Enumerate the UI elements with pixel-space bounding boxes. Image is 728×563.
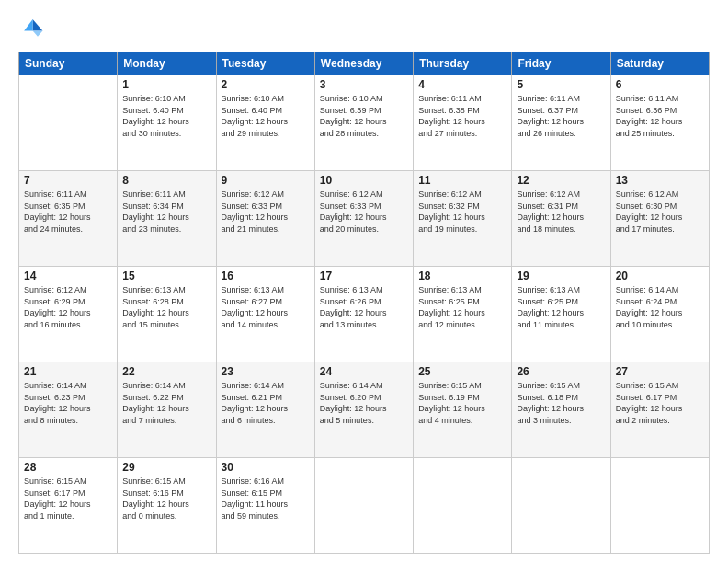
calendar-cell: 11Sunrise: 6:12 AM Sunset: 6:32 PM Dayli… [414, 171, 512, 267]
day-info: Sunrise: 6:16 AM Sunset: 6:15 PM Dayligh… [222, 476, 310, 522]
day-number: 17 [320, 270, 408, 282]
day-number: 8 [122, 174, 210, 187]
calendar-cell: 3Sunrise: 6:10 AM Sunset: 6:39 PM Daylig… [314, 75, 413, 171]
week-row-3: 14Sunrise: 6:12 AM Sunset: 6:29 PM Dayli… [19, 267, 710, 362]
calendar-cell [414, 458, 512, 554]
day-number: 28 [24, 461, 112, 474]
calendar-cell: 28Sunrise: 6:15 AM Sunset: 6:17 PM Dayli… [19, 458, 118, 554]
day-info: Sunrise: 6:12 AM Sunset: 6:29 PM Dayligh… [24, 284, 112, 330]
calendar-cell: 14Sunrise: 6:12 AM Sunset: 6:29 PM Dayli… [19, 267, 118, 362]
calendar-cell: 18Sunrise: 6:13 AM Sunset: 6:25 PM Dayli… [414, 267, 512, 362]
day-info: Sunrise: 6:13 AM Sunset: 6:27 PM Dayligh… [222, 284, 310, 330]
calendar-cell: 7Sunrise: 6:11 AM Sunset: 6:35 PM Daylig… [19, 171, 118, 267]
calendar-cell: 4Sunrise: 6:11 AM Sunset: 6:38 PM Daylig… [414, 75, 512, 171]
day-info: Sunrise: 6:11 AM Sunset: 6:37 PM Dayligh… [517, 93, 605, 139]
day-info: Sunrise: 6:11 AM Sunset: 6:34 PM Dayligh… [122, 189, 210, 235]
calendar-cell: 17Sunrise: 6:13 AM Sunset: 6:26 PM Dayli… [314, 267, 413, 362]
day-number: 15 [122, 270, 210, 282]
day-info: Sunrise: 6:14 AM Sunset: 6:24 PM Dayligh… [616, 284, 704, 330]
calendar-cell: 13Sunrise: 6:12 AM Sunset: 6:30 PM Dayli… [610, 171, 709, 267]
day-info: Sunrise: 6:10 AM Sunset: 6:40 PM Dayligh… [122, 93, 210, 139]
day-info: Sunrise: 6:10 AM Sunset: 6:39 PM Dayligh… [320, 93, 408, 139]
day-header-wednesday: Wednesday [314, 52, 413, 75]
day-info: Sunrise: 6:10 AM Sunset: 6:40 PM Dayligh… [222, 93, 310, 139]
svg-marker-2 [33, 31, 43, 37]
day-number: 14 [24, 270, 112, 282]
day-info: Sunrise: 6:12 AM Sunset: 6:33 PM Dayligh… [320, 189, 408, 235]
calendar-cell: 5Sunrise: 6:11 AM Sunset: 6:37 PM Daylig… [512, 75, 610, 171]
day-info: Sunrise: 6:12 AM Sunset: 6:32 PM Dayligh… [418, 189, 506, 235]
week-row-5: 28Sunrise: 6:15 AM Sunset: 6:17 PM Dayli… [19, 458, 710, 554]
day-info: Sunrise: 6:14 AM Sunset: 6:21 PM Dayligh… [222, 380, 310, 426]
week-row-4: 21Sunrise: 6:14 AM Sunset: 6:23 PM Dayli… [19, 362, 710, 458]
day-info: Sunrise: 6:14 AM Sunset: 6:23 PM Dayligh… [24, 380, 112, 426]
day-header-saturday: Saturday [610, 52, 709, 75]
day-info: Sunrise: 6:13 AM Sunset: 6:26 PM Dayligh… [320, 284, 408, 330]
day-header-tuesday: Tuesday [216, 52, 314, 75]
day-info: Sunrise: 6:14 AM Sunset: 6:22 PM Dayligh… [122, 380, 210, 426]
calendar-cell: 30Sunrise: 6:16 AM Sunset: 6:15 PM Dayli… [216, 458, 314, 554]
calendar-cell: 26Sunrise: 6:15 AM Sunset: 6:18 PM Dayli… [512, 362, 610, 458]
day-number: 30 [222, 461, 310, 474]
day-number: 26 [517, 365, 605, 378]
day-info: Sunrise: 6:11 AM Sunset: 6:35 PM Dayligh… [24, 189, 112, 235]
calendar-cell: 9Sunrise: 6:12 AM Sunset: 6:33 PM Daylig… [216, 171, 314, 267]
day-number: 23 [222, 365, 310, 378]
calendar-cell: 25Sunrise: 6:15 AM Sunset: 6:19 PM Dayli… [414, 362, 512, 458]
day-info: Sunrise: 6:12 AM Sunset: 6:33 PM Dayligh… [222, 189, 310, 235]
calendar-cell: 20Sunrise: 6:14 AM Sunset: 6:24 PM Dayli… [610, 267, 709, 362]
day-number: 11 [418, 174, 506, 187]
calendar-cell [314, 458, 413, 554]
calendar-cell: 15Sunrise: 6:13 AM Sunset: 6:28 PM Dayli… [118, 267, 216, 362]
day-number: 19 [517, 270, 605, 282]
day-header-friday: Friday [512, 52, 610, 75]
calendar-cell: 22Sunrise: 6:14 AM Sunset: 6:22 PM Dayli… [118, 362, 216, 458]
calendar-cell: 29Sunrise: 6:15 AM Sunset: 6:16 PM Dayli… [118, 458, 216, 554]
day-number: 27 [616, 365, 704, 378]
calendar-table: SundayMondayTuesdayWednesdayThursdayFrid… [18, 52, 710, 554]
calendar-cell: 24Sunrise: 6:14 AM Sunset: 6:20 PM Dayli… [314, 362, 413, 458]
day-info: Sunrise: 6:15 AM Sunset: 6:17 PM Dayligh… [616, 380, 704, 426]
day-info: Sunrise: 6:15 AM Sunset: 6:17 PM Dayligh… [24, 476, 112, 522]
calendar-cell: 8Sunrise: 6:11 AM Sunset: 6:34 PM Daylig… [118, 171, 216, 267]
week-row-2: 7Sunrise: 6:11 AM Sunset: 6:35 PM Daylig… [19, 171, 710, 267]
calendar-cell: 2Sunrise: 6:10 AM Sunset: 6:40 PM Daylig… [216, 75, 314, 171]
day-number: 1 [122, 78, 210, 91]
logo-icon [18, 17, 44, 42]
day-number: 29 [122, 461, 210, 474]
day-number: 7 [24, 174, 112, 187]
page: SundayMondayTuesdayWednesdayThursdayFrid… [0, 0, 728, 563]
calendar-cell: 6Sunrise: 6:11 AM Sunset: 6:36 PM Daylig… [610, 75, 709, 171]
day-info: Sunrise: 6:13 AM Sunset: 6:25 PM Dayligh… [418, 284, 506, 330]
day-info: Sunrise: 6:13 AM Sunset: 6:25 PM Dayligh… [517, 284, 605, 330]
header [18, 17, 710, 42]
day-number: 2 [222, 78, 310, 91]
calendar-cell: 10Sunrise: 6:12 AM Sunset: 6:33 PM Dayli… [314, 171, 413, 267]
day-number: 4 [418, 78, 506, 91]
day-info: Sunrise: 6:12 AM Sunset: 6:30 PM Dayligh… [616, 189, 704, 235]
calendar-cell [610, 458, 709, 554]
day-number: 21 [24, 365, 112, 378]
calendar-cell: 16Sunrise: 6:13 AM Sunset: 6:27 PM Dayli… [216, 267, 314, 362]
day-info: Sunrise: 6:15 AM Sunset: 6:16 PM Dayligh… [122, 476, 210, 522]
day-number: 3 [320, 78, 408, 91]
logo [18, 17, 48, 42]
day-info: Sunrise: 6:14 AM Sunset: 6:20 PM Dayligh… [320, 380, 408, 426]
day-info: Sunrise: 6:12 AM Sunset: 6:31 PM Dayligh… [517, 189, 605, 235]
day-header-thursday: Thursday [414, 52, 512, 75]
day-number: 6 [616, 78, 704, 91]
calendar-cell: 27Sunrise: 6:15 AM Sunset: 6:17 PM Dayli… [610, 362, 709, 458]
day-header-monday: Monday [118, 52, 216, 75]
day-number: 16 [222, 270, 310, 282]
day-number: 5 [517, 78, 605, 91]
day-number: 20 [616, 270, 704, 282]
header-row: SundayMondayTuesdayWednesdayThursdayFrid… [19, 52, 710, 75]
day-number: 9 [222, 174, 310, 187]
day-number: 25 [418, 365, 506, 378]
day-info: Sunrise: 6:11 AM Sunset: 6:36 PM Dayligh… [616, 93, 704, 139]
day-info: Sunrise: 6:15 AM Sunset: 6:18 PM Dayligh… [517, 380, 605, 426]
day-number: 18 [418, 270, 506, 282]
day-number: 13 [616, 174, 704, 187]
calendar-cell: 1Sunrise: 6:10 AM Sunset: 6:40 PM Daylig… [118, 75, 216, 171]
day-number: 22 [122, 365, 210, 378]
